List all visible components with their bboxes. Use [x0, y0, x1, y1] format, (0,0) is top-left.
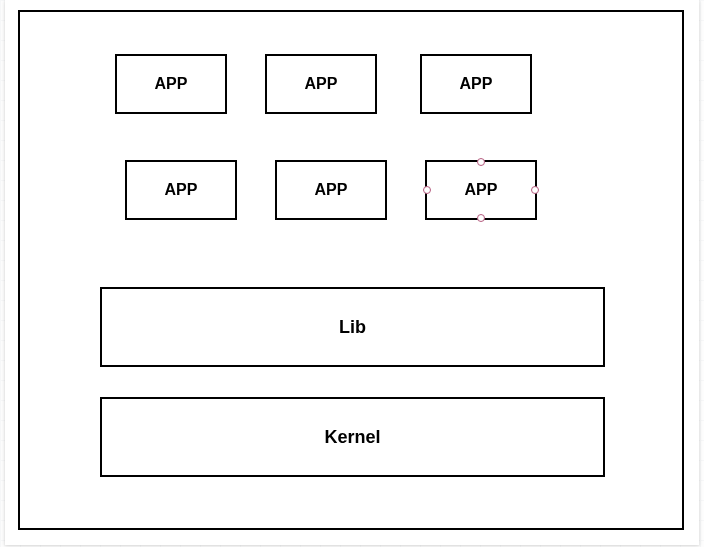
- app-box-5[interactable]: APP: [275, 160, 387, 220]
- outer-container: APP APP APP APP APP APP Lib Kernel: [18, 10, 684, 530]
- app-box-2[interactable]: APP: [265, 54, 377, 114]
- app-label: APP: [460, 75, 493, 93]
- app-label: APP: [165, 181, 198, 199]
- app-box-3[interactable]: APP: [420, 54, 532, 114]
- lib-label: Lib: [339, 317, 366, 338]
- resize-handle-right[interactable]: [531, 186, 539, 194]
- lib-box[interactable]: Lib: [100, 287, 605, 367]
- kernel-label: Kernel: [324, 427, 380, 448]
- resize-handle-bottom[interactable]: [477, 214, 485, 222]
- app-label: APP: [315, 181, 348, 199]
- app-box-6-selected[interactable]: APP: [425, 160, 537, 220]
- app-box-1[interactable]: APP: [115, 54, 227, 114]
- resize-handle-top[interactable]: [477, 158, 485, 166]
- kernel-box[interactable]: Kernel: [100, 397, 605, 477]
- app-label: APP: [465, 181, 498, 199]
- app-box-4[interactable]: APP: [125, 160, 237, 220]
- resize-handle-left[interactable]: [423, 186, 431, 194]
- app-label: APP: [155, 75, 188, 93]
- app-label: APP: [305, 75, 338, 93]
